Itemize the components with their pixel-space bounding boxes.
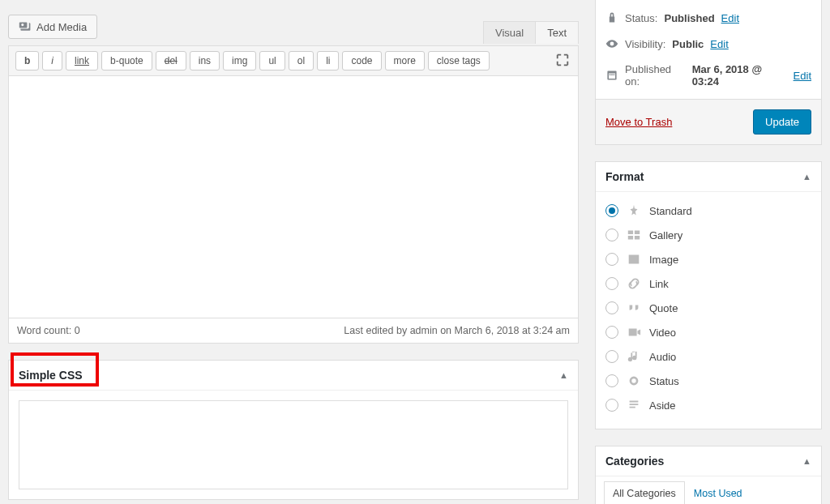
simple-css-title: Simple CSS <box>19 369 83 382</box>
move-to-trash-link[interactable]: Move to Trash <box>605 116 672 128</box>
media-icon <box>19 20 32 33</box>
status-icon <box>627 374 641 388</box>
format-item-link[interactable]: Link <box>605 271 811 296</box>
toolbar-more[interactable]: more <box>385 51 425 70</box>
key-icon <box>605 11 618 24</box>
add-media-label: Add Media <box>36 21 87 33</box>
format-box: Format ▲ Standard Gallery Image Link Quo… <box>595 161 822 429</box>
radio[interactable] <box>605 301 618 314</box>
published-edit-link[interactable]: Edit <box>794 70 811 82</box>
toolbar-link[interactable]: link <box>66 51 98 70</box>
format-label: Standard <box>649 205 692 217</box>
radio[interactable] <box>605 350 618 363</box>
toggle-icon[interactable]: ▲ <box>802 456 811 466</box>
format-item-image[interactable]: Image <box>605 247 811 271</box>
format-title: Format <box>605 170 644 183</box>
visibility-edit-link[interactable]: Edit <box>710 38 728 50</box>
toggle-icon[interactable]: ▲ <box>559 370 568 380</box>
link-icon <box>627 276 641 291</box>
format-label: Link <box>649 278 669 290</box>
toolbar-del[interactable]: del <box>156 51 186 70</box>
update-button[interactable]: Update <box>753 109 811 135</box>
radio[interactable] <box>605 374 618 387</box>
format-label: Aside <box>649 399 676 412</box>
published-value: Mar 6, 2018 @ 03:24 <box>692 63 787 88</box>
toolbar-ul[interactable]: ul <box>259 51 285 70</box>
audio-icon <box>627 349 641 364</box>
eye-icon <box>605 37 618 50</box>
tab-visual[interactable]: Visual <box>483 21 535 44</box>
radio[interactable] <box>605 326 618 339</box>
last-edited: Last edited by admin on March 6, 2018 at… <box>344 325 570 336</box>
format-label: Status <box>649 375 679 387</box>
status-value: Published <box>664 12 714 24</box>
simple-css-box: Simple CSS ▲ <box>8 360 579 500</box>
toolbar-close-tags[interactable]: close tags <box>428 51 490 70</box>
video-icon <box>627 325 641 340</box>
visibility-value: Public <box>672 38 704 50</box>
format-label: Video <box>649 327 676 339</box>
format-item-standard[interactable]: Standard <box>605 199 811 223</box>
word-count: Word count: 0 <box>17 325 80 336</box>
radio[interactable] <box>605 277 618 290</box>
toolbar-b[interactable]: b <box>15 51 39 70</box>
format-label: Audio <box>649 351 676 363</box>
toolbar-ins[interactable]: ins <box>190 51 220 70</box>
visibility-label: Visibility: <box>625 38 665 50</box>
image-icon <box>627 252 641 267</box>
add-media-button[interactable]: Add Media <box>8 15 97 39</box>
format-item-aside[interactable]: Aside <box>605 393 811 417</box>
status-edit-link[interactable]: Edit <box>721 12 739 24</box>
editor-box: Visual Text b i link b-quote del ins img… <box>8 45 579 344</box>
categories-title: Categories <box>605 455 664 468</box>
format-label: Image <box>649 254 678 266</box>
toolbar-code[interactable]: code <box>342 51 381 70</box>
calendar-icon <box>605 69 618 82</box>
status-label: Status: <box>625 12 657 24</box>
radio[interactable] <box>605 253 618 266</box>
radio[interactable] <box>605 229 618 241</box>
cat-tab-most-used[interactable]: Most Used <box>685 481 751 504</box>
format-item-status[interactable]: Status <box>605 369 811 393</box>
format-item-video[interactable]: Video <box>605 320 811 344</box>
toolbar-bquote[interactable]: b-quote <box>101 51 152 70</box>
radio[interactable] <box>605 204 618 217</box>
categories-box: Categories ▲ All Categories Most Used Un… <box>595 446 822 504</box>
aside-icon <box>627 398 641 412</box>
radio[interactable] <box>605 399 618 412</box>
gallery-icon <box>627 228 641 242</box>
pin-icon <box>627 203 641 218</box>
toolbar-img[interactable]: img <box>223 51 256 70</box>
publish-box: Status: Published Edit Visibility: Publi… <box>595 0 822 145</box>
format-item-audio[interactable]: Audio <box>605 344 811 369</box>
simple-css-textarea[interactable] <box>19 400 568 489</box>
toggle-icon[interactable]: ▲ <box>802 172 811 182</box>
quote-icon <box>627 301 641 315</box>
toolbar-i[interactable]: i <box>42 51 62 70</box>
format-label: Quote <box>649 302 678 314</box>
editor-toolbar: b i link b-quote del ins img ul ol li co… <box>9 46 578 76</box>
format-label: Gallery <box>649 229 682 241</box>
cat-tab-all[interactable]: All Categories <box>604 481 685 504</box>
format-item-quote[interactable]: Quote <box>605 296 811 320</box>
published-label: Published on: <box>625 63 686 88</box>
fullscreen-icon[interactable] <box>555 53 570 67</box>
format-item-gallery[interactable]: Gallery <box>605 223 811 247</box>
tab-text[interactable]: Text <box>535 21 579 44</box>
toolbar-ol[interactable]: ol <box>289 51 314 70</box>
editor-textarea[interactable] <box>9 76 578 318</box>
toolbar-li[interactable]: li <box>317 51 339 70</box>
